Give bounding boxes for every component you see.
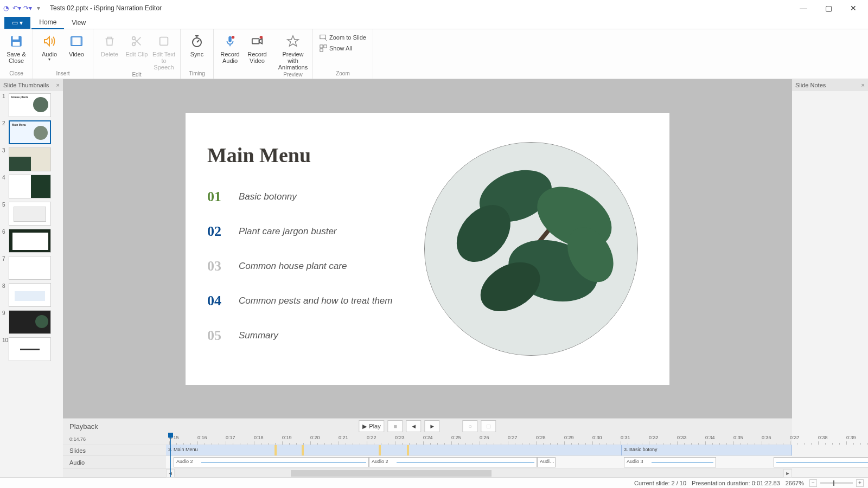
redo-icon[interactable]: ↷▾ [24,4,31,12]
record-video-button[interactable]: Record Video [244,31,270,70]
thumbnail-9[interactable]: 9 [2,310,61,334]
thumbnail-list[interactable]: 1House plants 2Main Menu 3 4 5 6 7 8 9 1… [0,91,63,477]
insert-audio-button[interactable]: Audio▾ [36,31,62,70]
tts-icon [156,34,171,49]
star-icon [285,34,301,49]
audio-track[interactable]: Audio 2 Audio 2 Audi… Audio 3 Audio 3 [166,455,792,468]
thumbnail-3[interactable]: 3 [2,147,61,171]
record-audio-button[interactable]: Record Audio [217,31,243,70]
ruler-tick: 0:16 [197,435,207,440]
preview-button[interactable]: Preview with Animations [277,31,309,72]
time-ruler[interactable]: 0:150:160:170:180:190:200:210:220:230:24… [166,434,792,445]
zoom-to-slide-button[interactable]: Zoom to Slide [318,33,367,42]
animation-marker[interactable] [379,445,381,455]
minimize-button[interactable]: — [791,0,816,16]
speaker-icon [42,34,57,49]
scissors-icon [129,34,144,49]
svg-rect-17 [320,49,323,52]
menu-item-4: 04Common pests and how to treat them [207,293,392,309]
timeline-tracks[interactable]: 0:150:160:170:180:190:200:210:220:230:24… [166,434,792,477]
menu-item-2: 02Plant care jargon buster [207,223,392,240]
timeline[interactable]: 0:14.76 Slides Audio 0:150:160:170:180:1… [63,434,792,477]
playback-header: Playback ▶ Play ■ ◄ ► ○ □ [63,419,792,434]
animation-marker[interactable] [275,445,277,455]
insert-video-button[interactable]: Video [63,31,90,70]
ruler-tick: 0:32 [649,435,659,440]
notes-header: Slide Notes × [792,79,868,91]
animation-marker[interactable] [407,445,409,455]
menu-item-5: 05Summary [207,328,392,344]
svg-point-11 [232,36,235,39]
thumbnail-4[interactable]: 4 [2,175,61,198]
qab-customize-icon[interactable]: ▾ [35,4,42,12]
next-button[interactable]: ► [425,420,440,432]
slides-track[interactable]: 2. Main Menu 3. Basic botony [166,445,792,455]
timeline-labels: 0:14.76 Slides Audio [63,434,166,477]
menu-item-3: 03Common house plant care [207,258,392,274]
status-current-slide: Current slide: 2 / 10 [634,480,686,486]
maximize-button[interactable]: ▢ [816,0,841,16]
svg-rect-15 [320,45,323,48]
ribbon-tabstrip: ▭ ▾ Home View [0,16,868,29]
menu-item-1: 01Basic botonny [207,189,392,205]
file-tab[interactable]: ▭ ▾ [4,17,30,29]
main-area: Main Menu 01Basic botonny 02Plant care j… [63,79,792,477]
thumbnail-5[interactable]: 5 [2,202,61,226]
zoom-in-button[interactable]: + [856,479,864,487]
audio-clip-2c[interactable]: Audi… [537,457,556,467]
animation-marker[interactable] [302,445,304,455]
notes-panel: Slide Notes × [792,79,868,477]
thumbnail-6[interactable]: 6 [2,229,61,253]
rec-square-button: □ [481,420,496,432]
prev-button[interactable]: ◄ [406,420,422,432]
ruler-tick: 0:34 [705,435,715,440]
audio-clip-3a[interactable]: Audio 3 [624,457,716,467]
ribbon-group-insert: Audio▾ Video Insert [33,29,93,79]
ribbon-group-preview: Preview with Animations Preview [273,29,313,79]
close-button[interactable]: ✕ [841,0,866,16]
audio-clip-2a[interactable]: Audio 2 [174,457,369,467]
zoom-slider[interactable] [820,482,853,484]
zoom-control: − + [809,479,864,487]
thumbnail-10[interactable]: 10 [2,337,61,361]
thumbnail-1[interactable]: 1House plants [2,93,61,117]
ruler-tick: 0:22 [367,435,376,440]
svg-rect-4 [71,37,73,46]
ruler-tick: 0:27 [508,435,518,440]
svg-rect-8 [160,37,168,46]
delete-button: Delete [97,31,123,72]
show-all-button[interactable]: Show All [318,43,367,53]
play-button[interactable]: ▶ Play [359,420,384,432]
audio-clip-2b[interactable]: Audio 2 [369,457,537,467]
undo-icon[interactable]: ↶▾ [13,4,21,12]
playback-panel: Playback ▶ Play ■ ◄ ► ○ □ 0:14.76 Slides… [63,418,792,477]
ruler-tick: 0:25 [451,435,461,440]
tab-view[interactable]: View [64,17,93,29]
zoom-out-button[interactable]: − [809,479,817,487]
thumbnail-7[interactable]: 7 [2,256,61,280]
ruler-tick: 0:35 [733,435,743,440]
svg-rect-5 [80,37,82,46]
title-bar: ◔ ↶▾ ↷▾ ▾ Tests 02.pptx - iSpring Narrat… [0,0,868,16]
thumbnail-8[interactable]: 8 [2,283,61,307]
scroll-thumb[interactable] [291,470,492,477]
close-thumbnails-icon[interactable]: × [56,82,60,88]
timeline-scrollbar[interactable]: ◄ ► [166,468,792,477]
tab-home[interactable]: Home [31,16,64,29]
status-bar: Current slide: 2 / 10 Presentation durat… [0,477,868,488]
ruler-tick: 0:26 [480,435,489,440]
slide-canvas[interactable]: Main Menu 01Basic botonny 02Plant care j… [186,113,669,385]
close-notes-icon[interactable]: × [861,82,865,88]
ribbon-group-edit: Delete Edit Clip Edit Text to Speech Edi… [93,29,181,79]
slide-clip-3[interactable]: 3. Basic botony [622,445,792,455]
slide-clip-2[interactable]: 2. Main Menu [166,445,622,455]
save-close-button[interactable]: Save & Close [3,31,29,70]
scroll-right-icon[interactable]: ► [783,469,792,478]
playhead[interactable] [170,434,171,477]
thumbnail-2[interactable]: 2Main Menu [2,120,61,144]
audio-clip-3b[interactable]: Audio 3 [774,457,868,467]
svg-rect-12 [252,38,259,43]
current-time: 0:14.76 [69,436,86,442]
sync-button[interactable]: Sync [184,31,210,70]
svg-point-13 [260,36,263,39]
